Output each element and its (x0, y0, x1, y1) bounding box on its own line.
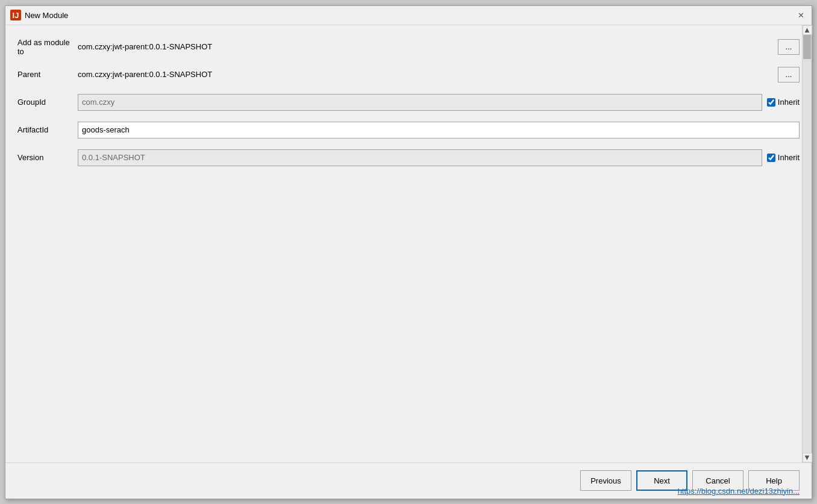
right-scrollbar: ▲ ▼ (802, 25, 812, 462)
group-id-label: GroupId (17, 98, 78, 107)
previous-button[interactable]: Previous (580, 470, 631, 491)
close-button[interactable]: ✕ (795, 9, 807, 21)
version-inherit-label: Inherit (778, 153, 800, 162)
version-row: Version Inherit (17, 148, 800, 167)
add-as-module-browse-button[interactable]: ... (778, 39, 800, 55)
version-inherit-checkbox[interactable] (767, 154, 775, 162)
scroll-thumb[interactable] (803, 35, 811, 59)
artifact-id-input[interactable] (78, 122, 800, 138)
group-id-inherit-label: Inherit (778, 98, 800, 107)
new-module-dialog: IJ New Module ✕ Add as module to com.czx… (5, 5, 812, 499)
add-as-module-row: Add as module to com.czxy:jwt-parent:0.0… (17, 37, 800, 57)
scroll-track (803, 35, 812, 453)
parent-browse-button[interactable]: ... (778, 67, 800, 82)
artifact-id-row: ArtifactId (17, 120, 800, 140)
add-as-module-value: com.czxy:jwt-parent:0.0.1-SNAPSHOT (78, 42, 773, 51)
parent-label: Parent (17, 70, 78, 79)
add-as-module-label: Add as module to (17, 38, 78, 56)
watermark: https://blog.csdn.net/dezi13zhiyin... (678, 487, 800, 496)
title-bar: IJ New Module ✕ (5, 6, 812, 25)
group-id-input[interactable] (78, 94, 762, 111)
dialog-title: New Module (25, 11, 795, 20)
artifact-id-label: ArtifactId (17, 125, 78, 134)
dialog-content: Add as module to com.czxy:jwt-parent:0.0… (5, 25, 812, 462)
group-id-row: GroupId Inherit (17, 93, 800, 112)
group-id-inherit-group: Inherit (767, 98, 800, 107)
version-inherit-group: Inherit (767, 153, 800, 162)
parent-value: com.czxy:jwt-parent:0.0.1-SNAPSHOT (78, 70, 773, 79)
version-input[interactable] (78, 149, 762, 166)
scroll-down-arrow[interactable]: ▼ (803, 453, 812, 462)
parent-row: Parent com.czxy:jwt-parent:0.0.1-SNAPSHO… (17, 65, 800, 84)
scroll-up-arrow[interactable]: ▲ (803, 25, 812, 35)
app-icon: IJ (10, 10, 21, 20)
group-id-inherit-checkbox[interactable] (767, 98, 775, 107)
version-label: Version (17, 153, 78, 162)
